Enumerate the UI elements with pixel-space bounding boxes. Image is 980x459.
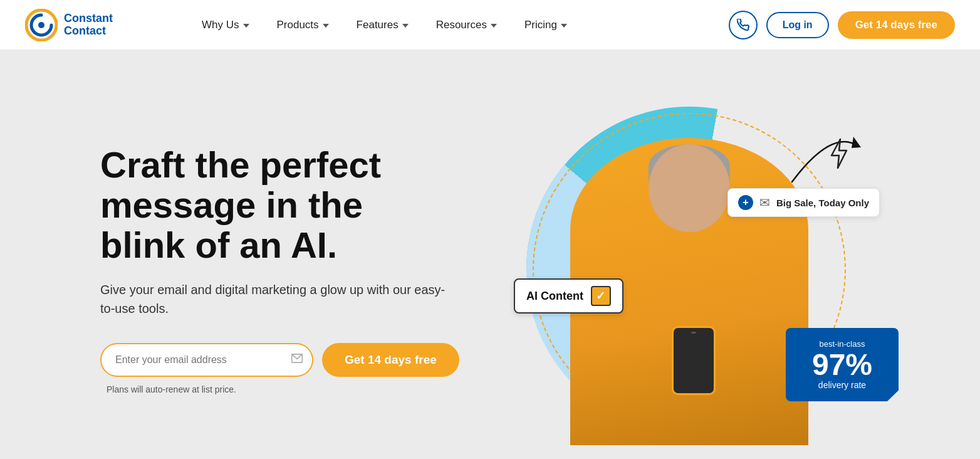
chevron-down-icon bbox=[402, 24, 409, 28]
header-actions: Log in Get 14 days free bbox=[729, 11, 955, 40]
phone-button[interactable] bbox=[729, 11, 758, 40]
chevron-down-icon bbox=[243, 24, 249, 28]
sale-bubble-text: Big Sale, Today Only bbox=[776, 198, 869, 208]
header: Constant Contact Why Us Products Feature… bbox=[0, 0, 980, 50]
ai-badge-label: AI Content bbox=[526, 290, 583, 303]
chevron-down-icon bbox=[491, 24, 497, 28]
plus-icon: + bbox=[738, 195, 753, 210]
logo[interactable]: Constant Contact bbox=[25, 9, 150, 41]
nav-features[interactable]: Features bbox=[343, 0, 422, 50]
email-input-wrapper bbox=[100, 343, 313, 377]
login-button[interactable]: Log in bbox=[766, 12, 829, 38]
logo-text: Constant Contact bbox=[64, 13, 113, 38]
lightning-icon bbox=[823, 138, 855, 169]
sale-bubble: + ✉ Big Sale, Today Only bbox=[727, 188, 880, 217]
envelope-bubble-icon: ✉ bbox=[759, 195, 770, 210]
phone-icon bbox=[737, 19, 749, 31]
chevron-down-icon bbox=[323, 24, 329, 28]
chevron-down-icon bbox=[561, 24, 567, 28]
best-in-class-label: best-in-class bbox=[801, 339, 884, 349]
hero-subheadline: Give your email and digital marketing a … bbox=[100, 280, 451, 318]
email-form: Get 14 days free bbox=[100, 343, 451, 377]
ai-content-badge: AI Content ✓ bbox=[514, 278, 623, 314]
nav-resources[interactable]: Resources bbox=[422, 0, 511, 50]
svg-marker-4 bbox=[831, 139, 847, 168]
person-phone bbox=[672, 326, 716, 395]
nav-why-us[interactable]: Why Us bbox=[188, 0, 263, 50]
hero-illustration: + ✉ Big Sale, Today Only AI Content ✓ be… bbox=[476, 88, 917, 451]
delivery-rate-label: delivery rate bbox=[801, 380, 884, 390]
person-head bbox=[649, 144, 730, 232]
form-note: Plans will auto-renew at list price. bbox=[107, 384, 451, 394]
nav-pricing[interactable]: Pricing bbox=[511, 0, 581, 50]
main-nav: Why Us Products Features Resources Prici… bbox=[188, 0, 729, 50]
hero-headline: Craft the perfect message in the blink o… bbox=[100, 145, 451, 265]
hero-section: Craft the perfect message in the blink o… bbox=[0, 50, 980, 459]
hero-content: Craft the perfect message in the blink o… bbox=[100, 145, 451, 394]
envelope-icon bbox=[291, 352, 303, 367]
email-input[interactable] bbox=[100, 343, 313, 377]
hero-cta-button[interactable]: Get 14 days free bbox=[322, 343, 459, 377]
logo-icon bbox=[25, 9, 58, 41]
check-icon: ✓ bbox=[591, 286, 611, 306]
header-cta-button[interactable]: Get 14 days free bbox=[838, 11, 955, 39]
nav-products[interactable]: Products bbox=[263, 0, 343, 50]
delivery-percent: 97% bbox=[801, 350, 884, 380]
delivery-badge: best-in-class 97% delivery rate bbox=[786, 328, 899, 401]
svg-point-1 bbox=[38, 22, 44, 28]
